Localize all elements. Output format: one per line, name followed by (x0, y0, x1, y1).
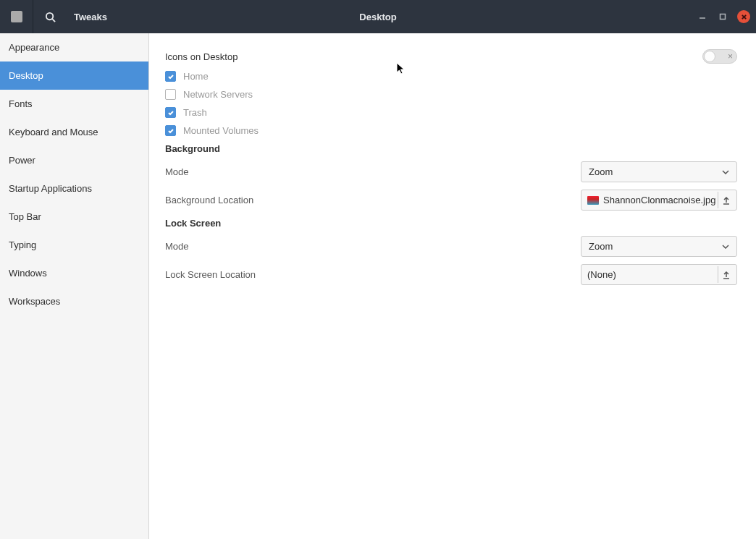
bg-location-picker[interactable]: ShannonClonmacnoise.jpg (581, 190, 737, 211)
sidebar-item-fonts[interactable]: Fonts (0, 90, 148, 118)
minimize-icon (699, 13, 706, 20)
sidebar-item-workspaces[interactable]: Workspaces (0, 287, 148, 315)
upload-button[interactable] (718, 192, 734, 208)
sidebar-item-top-bar[interactable]: Top Bar (0, 203, 148, 231)
toggle-off-label: × (728, 51, 733, 61)
checkbox-row-trash: Trash (165, 107, 737, 118)
section-title-background: Background (165, 143, 737, 154)
sidebar-item-startup-applications[interactable]: Startup Applications (0, 174, 148, 203)
bg-mode-select[interactable]: Zoom (581, 161, 737, 182)
check-icon (167, 127, 175, 135)
checkbox-row-mounted-volumes: Mounted Volumes (165, 125, 737, 136)
window-title: Desktop (359, 12, 396, 22)
svg-rect-3 (721, 14, 726, 20)
sidebar-item-power[interactable]: Power (0, 146, 148, 174)
ls-mode-value: Zoom (589, 241, 613, 252)
content-area: Icons on Desktop × HomeNetwork ServersTr… (149, 33, 756, 539)
bg-mode-label: Mode (165, 166, 189, 177)
sidebar-item-typing[interactable]: Typing (0, 231, 148, 259)
checkbox-label: Trash (183, 107, 207, 118)
sidebar-item-windows[interactable]: Windows (0, 259, 148, 287)
ls-mode-label: Mode (165, 241, 189, 252)
section-title-lockscreen: Lock Screen (165, 218, 737, 229)
bg-location-label: Background Location (165, 195, 253, 205)
sidebar: AppearanceDesktopFontsKeyboard and Mouse… (0, 33, 149, 539)
ls-location-picker[interactable]: (None) (581, 264, 737, 285)
ls-location-label: Lock Screen Location (165, 269, 256, 280)
checkbox-label: Mounted Volumes (183, 125, 259, 136)
checkbox-label: Network Servers (183, 89, 253, 100)
sidebar-item-desktop[interactable]: Desktop (0, 61, 148, 90)
sidebar-item-keyboard-and-mouse[interactable]: Keyboard and Mouse (0, 118, 148, 146)
svg-point-0 (46, 12, 52, 19)
checkbox-row-network-servers: Network Servers (165, 89, 737, 100)
check-icon (167, 109, 175, 116)
check-icon (167, 73, 175, 80)
search-button[interactable] (33, 0, 67, 33)
checkbox-row-home: Home (165, 71, 737, 82)
image-thumb-icon (587, 196, 599, 205)
close-icon (741, 14, 747, 20)
app-menu-button[interactable] (0, 0, 33, 33)
upload-button[interactable] (718, 266, 734, 283)
ls-mode-select[interactable]: Zoom (581, 236, 737, 257)
checkbox-home[interactable] (165, 71, 176, 82)
app-icon (11, 11, 22, 22)
app-title: Tweaks (74, 12, 107, 22)
checkbox-mounted-volumes[interactable] (165, 125, 176, 136)
checkbox-trash[interactable] (165, 107, 176, 118)
minimize-button[interactable] (697, 11, 708, 22)
ls-location-value: (None) (587, 269, 616, 280)
bg-mode-value: Zoom (589, 166, 613, 177)
icons-toggle[interactable]: × (702, 49, 737, 64)
checkbox-network-servers[interactable] (165, 89, 176, 100)
maximize-button[interactable] (717, 11, 728, 22)
upload-icon (722, 271, 731, 279)
bg-location-value: ShannonClonmacnoise.jpg (603, 195, 715, 205)
chevron-down-icon (722, 170, 729, 174)
sidebar-item-appearance[interactable]: Appearance (0, 33, 148, 61)
svg-line-1 (52, 19, 55, 22)
chevron-down-icon (722, 245, 729, 249)
toggle-knob (704, 51, 715, 62)
close-button[interactable] (737, 10, 750, 23)
checkbox-label: Home (183, 71, 209, 82)
maximize-icon (719, 13, 726, 20)
search-icon (45, 12, 56, 22)
section-title-icons: Icons on Desktop (165, 51, 238, 62)
titlebar: Tweaks Desktop (0, 0, 756, 33)
upload-icon (722, 196, 731, 205)
